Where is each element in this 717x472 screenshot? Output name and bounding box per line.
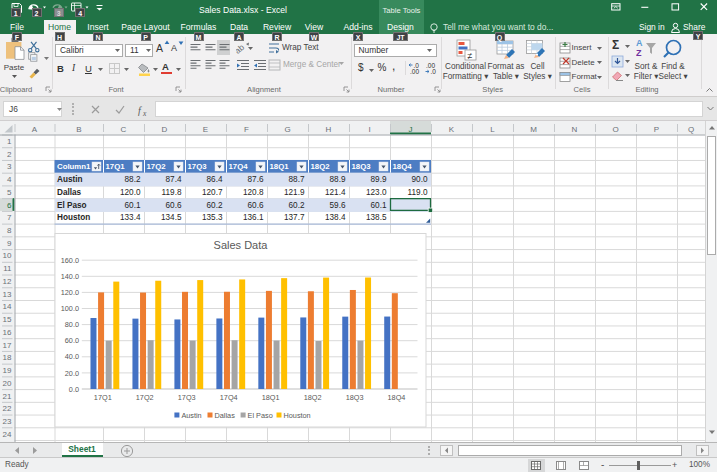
svg-text:18Q1: 18Q1 — [262, 393, 280, 402]
svg-text:18Q4: 18Q4 — [393, 162, 413, 171]
svg-text:Q: Q — [688, 125, 694, 134]
svg-text:87.4: 87.4 — [166, 175, 182, 184]
svg-text:20.0: 20.0 — [65, 369, 79, 378]
svg-text:El Paso: El Paso — [57, 201, 87, 210]
svg-text:Houston: Houston — [284, 411, 311, 420]
svg-text:10: 10 — [3, 251, 12, 260]
svg-text:17Q1: 17Q1 — [106, 162, 126, 171]
svg-text:13: 13 — [3, 290, 12, 299]
svg-text:Dallas: Dallas — [215, 411, 236, 420]
svg-text:17Q4: 17Q4 — [220, 393, 238, 402]
svg-text:Column1: Column1 — [57, 162, 91, 171]
svg-text:18Q1: 18Q1 — [270, 162, 290, 171]
svg-text:60.6: 60.6 — [248, 201, 264, 210]
svg-text:17Q1: 17Q1 — [94, 393, 112, 402]
svg-text:9: 9 — [7, 239, 12, 248]
svg-text:120.7: 120.7 — [202, 188, 223, 197]
svg-text:18Q2: 18Q2 — [311, 162, 331, 171]
svg-text:18Q3: 18Q3 — [352, 162, 372, 171]
svg-text:N: N — [572, 125, 578, 134]
svg-text:P: P — [654, 125, 659, 134]
svg-text:120.0: 120.0 — [61, 288, 79, 297]
svg-text:16: 16 — [3, 328, 12, 337]
svg-text:80.0: 80.0 — [65, 320, 79, 329]
svg-text:136.1: 136.1 — [243, 213, 264, 222]
svg-text:7: 7 — [7, 213, 12, 222]
svg-text:Houston: Houston — [57, 213, 90, 222]
svg-text:14: 14 — [3, 302, 12, 311]
svg-text:134.5: 134.5 — [161, 213, 182, 222]
svg-text:119.0: 119.0 — [408, 188, 428, 197]
svg-text:Sales Data: Sales Data — [214, 239, 269, 251]
svg-text:17Q2: 17Q2 — [136, 393, 154, 402]
svg-text:60.2: 60.2 — [289, 201, 305, 210]
svg-text:88.7: 88.7 — [289, 175, 305, 184]
svg-text:K: K — [449, 125, 455, 134]
svg-text:88.9: 88.9 — [330, 175, 346, 184]
svg-text:x: x — [142, 109, 147, 117]
svg-text:17Q4: 17Q4 — [229, 162, 249, 171]
svg-text:B: B — [76, 125, 81, 134]
svg-text:23: 23 — [3, 417, 12, 426]
svg-text:160.0: 160.0 — [61, 256, 79, 265]
svg-text:138.4: 138.4 — [325, 213, 346, 222]
svg-text:60.6: 60.6 — [166, 201, 182, 210]
svg-text:140.0: 140.0 — [61, 272, 79, 281]
svg-text:1: 1 — [7, 137, 12, 146]
svg-text:I: I — [368, 125, 370, 134]
svg-text:121.9: 121.9 — [284, 188, 305, 197]
svg-text:18Q3: 18Q3 — [346, 393, 364, 402]
svg-text:11: 11 — [3, 264, 12, 273]
svg-text:C: C — [121, 125, 127, 134]
svg-text:40.0: 40.0 — [65, 352, 79, 361]
svg-text:6: 6 — [7, 201, 12, 210]
svg-text:90.0: 90.0 — [412, 175, 428, 184]
svg-text:18Q2: 18Q2 — [304, 393, 322, 402]
svg-text:17Q3: 17Q3 — [178, 393, 196, 402]
svg-text:A: A — [32, 125, 38, 134]
svg-text:133.4: 133.4 — [120, 213, 141, 222]
svg-text:8: 8 — [7, 226, 12, 235]
svg-text:123.0: 123.0 — [366, 188, 387, 197]
svg-text:18Q4: 18Q4 — [388, 393, 406, 402]
svg-text:El Paso: El Paso — [248, 411, 273, 420]
svg-text:G: G — [284, 125, 290, 134]
svg-text:.00: .00 — [410, 68, 419, 75]
svg-text:17Q2: 17Q2 — [147, 162, 167, 171]
svg-text:12: 12 — [3, 277, 12, 286]
svg-text:100.0: 100.0 — [61, 304, 79, 313]
svg-text:≠: ≠ — [468, 51, 473, 61]
svg-text:Dallas: Dallas — [57, 188, 82, 197]
svg-text:E: E — [203, 125, 208, 134]
svg-text:59.6: 59.6 — [330, 201, 346, 210]
svg-text:21: 21 — [3, 392, 12, 401]
svg-text:3: 3 — [7, 162, 12, 171]
svg-text:24: 24 — [3, 430, 12, 439]
svg-text:Austin: Austin — [57, 175, 82, 184]
svg-text:120.8: 120.8 — [243, 188, 264, 197]
svg-text:17Q3: 17Q3 — [188, 162, 208, 171]
svg-text:J: J — [409, 125, 413, 134]
svg-text:O: O — [612, 125, 618, 134]
svg-text:.0: .0 — [431, 68, 437, 75]
svg-text:A: A — [636, 38, 643, 48]
svg-text:Austin: Austin — [181, 411, 201, 420]
svg-text:H: H — [326, 125, 332, 134]
svg-text:M: M — [530, 125, 537, 134]
svg-text:120.0: 120.0 — [120, 188, 141, 197]
svg-text:119.8: 119.8 — [162, 188, 182, 197]
svg-text:135.3: 135.3 — [202, 213, 223, 222]
svg-text:4: 4 — [7, 175, 12, 184]
svg-text:L: L — [490, 125, 495, 134]
svg-text:ab: ab — [236, 42, 246, 55]
svg-text:Z: Z — [636, 48, 642, 58]
svg-text:60.0: 60.0 — [65, 336, 79, 345]
svg-text:18: 18 — [3, 353, 12, 362]
svg-text:19: 19 — [3, 366, 12, 375]
svg-text:5: 5 — [7, 188, 12, 197]
svg-text:D: D — [162, 125, 168, 134]
svg-text:15: 15 — [3, 315, 12, 324]
svg-text:F: F — [244, 125, 249, 134]
svg-text:87.6: 87.6 — [248, 175, 264, 184]
svg-text:138.5: 138.5 — [366, 213, 387, 222]
